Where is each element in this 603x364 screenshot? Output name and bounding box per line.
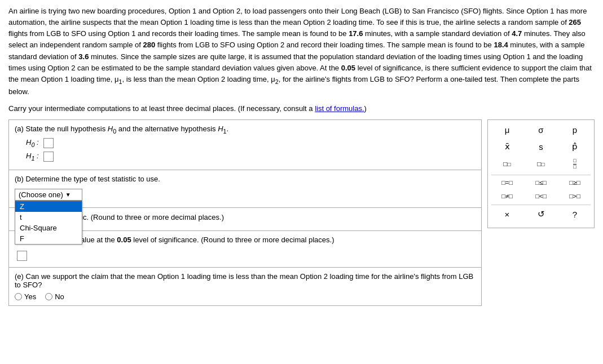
test-statistic-dropdown-container: (Choose one) ▼ Z t Chi-Square F — [15, 189, 82, 201]
sym-xbar[interactable]: x̄ — [491, 140, 523, 153]
sym-neq[interactable]: □≠□ — [491, 191, 523, 201]
yes-radio-label[interactable]: Yes — [15, 292, 36, 301]
section-b-label: (b) Determine the type of test statistic… — [15, 175, 476, 183]
sym-geq[interactable]: □≥□ — [559, 177, 591, 188]
questions-panel: (a) State the null hypothesis H0 and the… — [8, 119, 482, 306]
no-radio[interactable] — [45, 293, 52, 300]
sym-fraction[interactable]: □□ — [559, 157, 591, 171]
sym-undo[interactable]: ↺ — [525, 207, 557, 221]
section-a-label: (a) State the null hypothesis H0 and the… — [15, 125, 476, 135]
d-input[interactable] — [17, 251, 27, 261]
sym-leq[interactable]: □≤□ — [525, 177, 557, 188]
test-statistic-dropdown-btn[interactable]: (Choose one) ▼ — [15, 189, 82, 201]
section-d-label: (d) Find the critical value at the 0.05 … — [15, 236, 476, 244]
sym-help[interactable]: ? — [559, 207, 591, 221]
sym-sigma[interactable]: σ — [525, 123, 557, 136]
section-a: (a) State the null hypothesis H0 and the… — [9, 120, 481, 170]
option-z[interactable]: Z — [15, 201, 82, 212]
intro-paragraph: An airline is trying two new boarding pr… — [8, 6, 595, 97]
yes-radio[interactable] — [15, 293, 22, 300]
sym-phat[interactable]: p̂ — [559, 140, 591, 153]
sym-gt[interactable]: □>□ — [559, 191, 591, 201]
h1-input[interactable] — [43, 152, 54, 162]
h1-label: H1 : — [26, 152, 39, 162]
formulas-link[interactable]: list of formulas. — [315, 104, 364, 113]
option-t[interactable]: t — [15, 212, 82, 223]
sym-p[interactable]: p — [559, 123, 591, 136]
section-c-label: (c) Fi test statistic. (Round to three o… — [15, 212, 476, 223]
carry-text: Carry your intermediate computations to … — [8, 104, 595, 113]
section-e: (e) Can we support the claim that the me… — [9, 268, 481, 305]
sym-lt[interactable]: □<□ — [525, 191, 557, 201]
sym-power[interactable]: □□ — [491, 157, 523, 171]
dropdown-selected-label: (Choose one) — [19, 190, 63, 199]
option-f[interactable]: F — [15, 233, 82, 244]
symbol-panel: μ σ p x̄ s p̂ □□ □□ □□ □=□ □≤□ □≥□ □≠□ □… — [487, 119, 595, 228]
h0-input[interactable] — [43, 138, 54, 148]
sym-subscript[interactable]: □□ — [525, 157, 557, 171]
dropdown-menu: Z t Chi-Square F — [15, 201, 82, 245]
sym-times[interactable]: × — [491, 207, 523, 221]
sym-s[interactable]: s — [525, 140, 557, 153]
section-b: (b) Determine the type of test statistic… — [9, 170, 481, 208]
dropdown-arrow-icon: ▼ — [65, 192, 71, 198]
section-e-radio-group: Yes No — [15, 292, 476, 301]
no-radio-label[interactable]: No — [45, 292, 64, 301]
sym-eq[interactable]: □=□ — [491, 177, 523, 188]
section-e-label: (e) Can we support the claim that the me… — [15, 272, 476, 289]
sym-mu[interactable]: μ — [491, 123, 523, 136]
h0-label: H0 : — [26, 138, 39, 148]
option-chi-square[interactable]: Chi-Square — [15, 223, 82, 233]
